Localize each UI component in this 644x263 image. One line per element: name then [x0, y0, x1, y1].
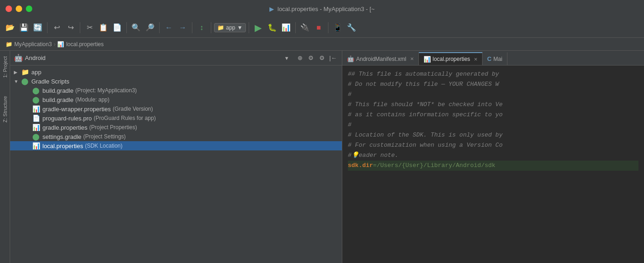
nav-forward-button[interactable]: →	[176, 21, 189, 34]
tab-close-android-manifest[interactable]: ✕	[410, 56, 414, 61]
separator-7	[249, 22, 249, 33]
search-button[interactable]: 🔍	[130, 21, 143, 34]
side-panel-tabs: 1: Project Z: Structure	[0, 51, 10, 263]
profile-button[interactable]: 📊	[280, 21, 292, 34]
editor-area: 🤖 AndroidManifest.xml ✕ 📊 local.properti…	[342, 51, 644, 263]
item-name: gradle.properties	[42, 124, 88, 131]
run-button[interactable]: ▶	[252, 21, 265, 34]
copy-button[interactable]: 📋	[97, 21, 110, 34]
item-label: (Module: app)	[75, 96, 109, 103]
tab-local-properties[interactable]: 📊 local.properties ✕	[419, 52, 483, 65]
tree-item-gradle-props[interactable]: 📊 gradle.properties (Project Properties)	[10, 123, 342, 132]
chevron-down-icon: ▼	[237, 24, 243, 31]
code-line-5: # as it contains information specific to…	[348, 110, 638, 120]
item-name-app: app	[31, 69, 42, 76]
editor-content[interactable]: ## This file is automatically generated …	[342, 66, 644, 263]
cut-button[interactable]: ✂	[83, 21, 96, 34]
tree-item-proguard[interactable]: 📄 proguard-rules.pro (ProGuard Rules for…	[10, 114, 342, 123]
gradle-icon: ⬤	[32, 87, 41, 94]
code-line-3: #	[348, 90, 638, 100]
window-controls	[6, 6, 32, 12]
item-name-gradle-scripts: Gradle Scripts	[31, 78, 69, 85]
tab-main[interactable]: C Mai	[483, 52, 507, 65]
code-line-1: ## This file is automatically generated …	[348, 69, 638, 79]
item-name: proguard-rules.pro	[42, 115, 92, 122]
brand-icon: ▶	[269, 6, 274, 12]
tree-item-gradle-wrapper[interactable]: 📊 gradle-wrapper.properties (Gradle Vers…	[10, 104, 342, 114]
tree-item-gradle-scripts[interactable]: ▼ ⬤ Gradle Scripts	[10, 77, 342, 86]
proguard-icon: 📄	[32, 114, 41, 122]
project-panel-tab[interactable]: 1: Project	[1, 53, 9, 81]
panel-title-text: Android	[25, 54, 46, 61]
tree-item-settings-gradle[interactable]: ⬤ settings.gradle (Project Settings)	[10, 132, 342, 141]
sdk-manager-button[interactable]: 🔧	[345, 21, 358, 34]
separator-8	[295, 22, 296, 33]
panel-title: 🤖 Android	[14, 54, 281, 62]
editor-tabs: 🤖 AndroidManifest.xml ✕ 📊 local.properti…	[342, 51, 644, 66]
breadcrumb-local-properties[interactable]: 📊 local.properties	[57, 41, 103, 48]
tab-label-main: Mai	[493, 56, 502, 62]
tab-label-android-manifest: AndroidManifest.xml	[356, 56, 406, 62]
run-config-label: app	[226, 24, 235, 31]
window-title: ▶ local.properties - MyApplication3 - [~	[269, 6, 375, 12]
search-replace-button[interactable]: 🔎	[143, 21, 156, 34]
breadcrumb-file-name: local.properties	[66, 41, 103, 48]
open-folder-button[interactable]: 📂	[4, 21, 17, 34]
separator-1	[47, 22, 48, 33]
maximize-button[interactable]	[26, 6, 32, 12]
tree-item-local-properties[interactable]: 📊 local.properties (SDK Location)	[10, 141, 342, 150]
close-button[interactable]	[6, 6, 12, 12]
gradle-icon: ⬤	[32, 96, 41, 103]
gear-icon[interactable]: ⊕	[295, 53, 305, 63]
separator-2	[80, 22, 80, 33]
separator-9	[328, 22, 328, 33]
local-properties-tab-icon: 📊	[423, 56, 431, 63]
tree-item-app[interactable]: ▶ 📁 app	[10, 67, 342, 77]
arrow-icon: ▼	[14, 79, 21, 84]
avd-manager-button[interactable]: 📱	[331, 21, 344, 34]
tab-close-local-properties[interactable]: ✕	[474, 57, 477, 62]
back-button[interactable]: ↩	[50, 21, 63, 34]
item-name-local-props: local.properties	[42, 143, 83, 149]
minimize-button[interactable]	[16, 6, 22, 12]
local-props-icon: 📊	[32, 142, 41, 149]
debug-button[interactable]: 🐛	[266, 21, 279, 34]
breadcrumb-myapplication3[interactable]: 📁 MyApplication3	[6, 41, 52, 48]
item-label: (Project Properties)	[89, 124, 137, 131]
forward-button[interactable]: ↪	[64, 21, 77, 34]
nav-back-button[interactable]: ←	[162, 21, 175, 34]
arrow-icon: ▶	[14, 70, 21, 75]
paste-button[interactable]: 📄	[111, 21, 124, 34]
props-icon: 📊	[32, 124, 41, 131]
save-button[interactable]: 💾	[18, 21, 30, 34]
collapse-icon[interactable]: |←	[328, 53, 338, 63]
item-name: build.gradle	[42, 87, 73, 94]
settings-icon[interactable]: ⚙	[317, 53, 327, 63]
attach-debugger-button[interactable]: 🔌	[298, 21, 311, 34]
main-tab-icon: C	[487, 55, 491, 62]
separator-3	[126, 22, 127, 33]
stop-button[interactable]: ■	[312, 21, 325, 34]
structure-panel-tab[interactable]: Z: Structure	[1, 92, 9, 126]
run-config-dropdown[interactable]: 📁 app ▼	[214, 23, 246, 32]
toolbar: 📂 💾 🔄 ↩ ↪ ✂ 📋 📄 🔍 🔎 ← → ↕ 📁 app ▼ ▶ 🐛 📊 …	[0, 18, 644, 38]
item-label-sdk: (SDK Location)	[85, 143, 122, 149]
gradle-icon: ⬤	[32, 133, 41, 140]
run-config-icon: 📁	[217, 24, 224, 31]
breadcrumb: 📁 MyApplication3 › 📊 local.properties	[0, 38, 644, 51]
android-icon: 🤖	[14, 54, 23, 62]
tab-android-manifest[interactable]: 🤖 AndroidManifest.xml ✕	[342, 52, 419, 65]
sync-button[interactable]: 🔄	[31, 21, 44, 34]
reformat-button[interactable]: ↕	[195, 21, 208, 34]
separator-4	[159, 22, 160, 33]
breadcrumb-separator: ›	[54, 41, 55, 48]
tree-item-build-gradle-module[interactable]: ⬤ build.gradle (Module: app)	[10, 95, 342, 104]
separator-5	[192, 22, 192, 33]
panel-dropdown-arrow[interactable]: ▼	[284, 55, 289, 61]
item-name: settings.gradle	[42, 133, 82, 140]
filter-icon[interactable]: ⚙	[306, 53, 316, 63]
item-label: (Project Settings)	[83, 133, 126, 140]
tree-item-build-gradle-project[interactable]: ⬤ build.gradle (Project: MyApplication3)	[10, 86, 342, 95]
code-line-9: #💡eader note.	[348, 150, 638, 161]
item-name: build.gradle	[42, 96, 73, 103]
